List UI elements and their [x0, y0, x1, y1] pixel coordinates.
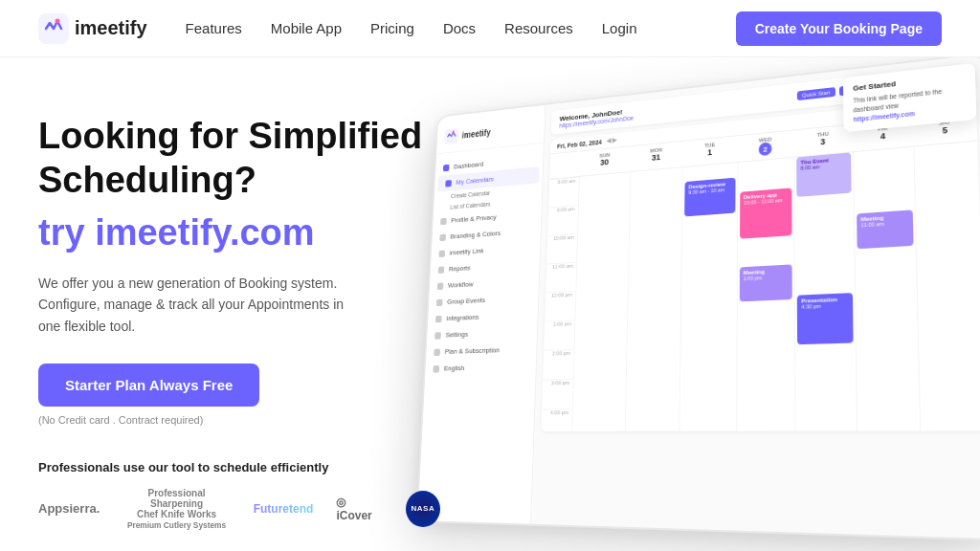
nav-cta-button[interactable]: Create Your Booking Page [736, 11, 942, 46]
nav-mobile-app[interactable]: Mobile App [271, 20, 342, 36]
mockup-logo-row: imeetify [436, 115, 545, 154]
day-track-fri: Meeting 11:00 am [853, 147, 921, 431]
mockup-calendar: Fri, Feb 02, 2024 ◀ ▶ SUN 30 MON [541, 96, 980, 431]
brand-futuretend: Futuretend [254, 502, 314, 516]
nav-docs[interactable]: Docs [443, 20, 476, 36]
day-track-sat [914, 142, 980, 431]
event-design-review[interactable]: Design-review 9:30 am - 10 am [684, 178, 735, 217]
brand-icover: ◎ iCover [336, 496, 382, 522]
logo-text: imeetify [75, 17, 147, 39]
quick-start-btn[interactable]: Quick Start [797, 87, 835, 100]
event-presentation[interactable]: Presentation 4:30 pm [797, 293, 853, 344]
brand-nasa: NASA [406, 491, 440, 527]
event-fri-meeting[interactable]: Meeting 11:00 am [857, 209, 914, 249]
svg-point-1 [56, 18, 60, 23]
cal-day-thu: THU 3 [793, 128, 853, 152]
brands-section: Professionals use our tool to schedule e… [38, 460, 440, 530]
brand-chef-knife-works: Professional SharpeningChef Knife WorksP… [122, 488, 230, 530]
hero-tagline: try imeetify.com [38, 211, 440, 255]
day-track-wed: Delivery app 10:00 - 11:00 am Meeting 1:… [736, 158, 795, 431]
calendar-days-grid: Design-review 9:30 am - 10 am Delivery a… [571, 142, 980, 431]
nav-resources[interactable]: Resources [504, 20, 573, 36]
day-track-tue: Design-review 9:30 am - 10 am [679, 163, 738, 431]
day-track-thu: Thu Event 8:00 am Presentation 4:30 pm [794, 152, 857, 430]
event-delivery-app[interactable]: Delivery app 10:00 - 11:00 am [740, 187, 792, 238]
brands-row: Appsierra. Professional SharpeningChef K… [38, 488, 440, 530]
event-meeting-wed[interactable]: Meeting 1:00 pm [740, 264, 793, 301]
day-track-mon [624, 167, 682, 431]
cal-day-mon: MON 31 [630, 145, 682, 168]
sidebar-language[interactable]: English [425, 358, 536, 378]
cal-day-tue: TUE 1 [682, 140, 737, 163]
event-thu-morning[interactable]: Thu Event 8:00 am [796, 152, 851, 196]
day-track-sun [571, 172, 630, 431]
logo-icon [38, 13, 69, 44]
cal-day-wed: WED 2 [737, 134, 793, 158]
hero-description: We offer you a new generation of Booking… [38, 273, 364, 337]
cal-day-sun: SUN 30 [579, 150, 631, 172]
hero-cta-button[interactable]: Starter Plan Always Free [38, 364, 259, 407]
calendar-date-label: Fri, Feb 02, 2024 [557, 139, 602, 149]
dashboard-mockup: imeetify Dashboard My Calendars Create C… [387, 77, 980, 551]
nav-links: Features Mobile App Pricing Docs Resourc… [186, 20, 736, 37]
brands-title: Professionals use our tool to schedule e… [38, 460, 440, 474]
hero-title: Looking for Simplified Scheduling? [38, 115, 440, 202]
nav-pricing[interactable]: Pricing [370, 20, 414, 36]
logo[interactable]: imeetify [38, 13, 147, 44]
calendar-body: 8:00 am 9:00 am 10:00 am 11:00 am 12:00 … [541, 142, 980, 431]
hero-section: Looking for Simplified Scheduling? try i… [0, 57, 980, 551]
nav-login[interactable]: Login [602, 20, 637, 36]
mockup-tablet: imeetify Dashboard My Calendars Create C… [416, 57, 980, 541]
hero-content: Looking for Simplified Scheduling? try i… [38, 105, 440, 530]
nav-features[interactable]: Features [186, 20, 242, 36]
brand-appsierra: Appsierra. [38, 501, 100, 516]
mockup-main-content: Welcome, JohnDoe! https://imeetify.com/J… [531, 57, 980, 539]
mockup-logo-text: imeetify [462, 127, 491, 140]
cta-note: (No Credit card . Contract required) [38, 414, 440, 426]
navbar: imeetify Features Mobile App Pricing Doc… [0, 0, 980, 57]
